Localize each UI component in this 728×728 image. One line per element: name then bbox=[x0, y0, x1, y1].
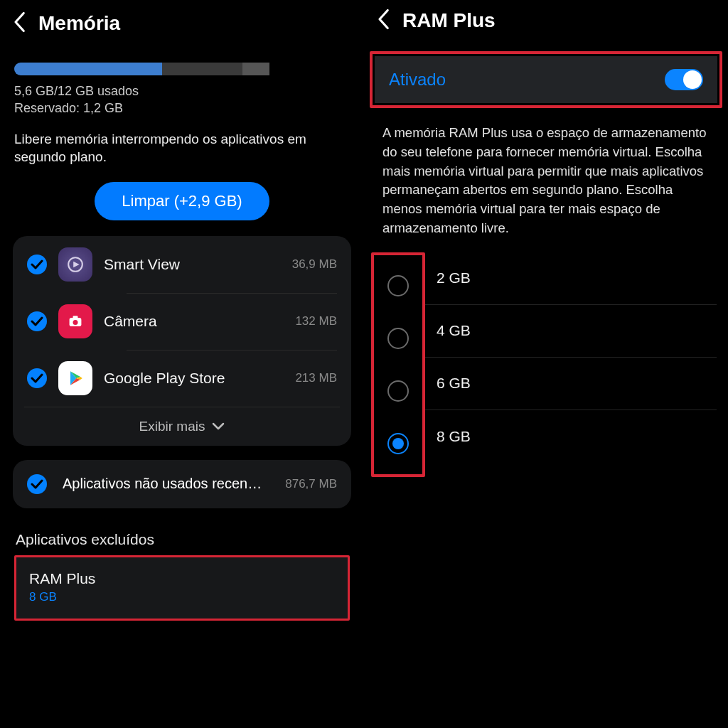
ram-size-options: 2 GB 4 GB 6 GB 8 GB bbox=[371, 252, 728, 477]
option-2gb[interactable]: 2 GB bbox=[425, 252, 717, 305]
show-more-label: Exibir mais bbox=[139, 419, 205, 434]
option-8gb[interactable]: 8 GB bbox=[425, 410, 717, 463]
checkbox-checked-icon[interactable] bbox=[27, 474, 47, 494]
app-name: Câmera bbox=[104, 313, 284, 330]
option-6gb[interactable]: 6 GB bbox=[425, 358, 717, 410]
ram-plus-item[interactable]: RAM Plus 8 GB bbox=[14, 555, 350, 621]
app-name: Google Play Store bbox=[104, 370, 284, 387]
back-icon[interactable] bbox=[377, 9, 390, 33]
usage-text: 5,6 GB/12 GB usados bbox=[14, 82, 350, 100]
reserved-text: Reservado: 1,2 GB bbox=[14, 100, 350, 117]
app-name: Smart View bbox=[104, 256, 281, 273]
ram-plus-screen: RAM Plus Ativado A memória RAM Plus usa … bbox=[364, 0, 728, 728]
page-title: RAM Plus bbox=[402, 9, 496, 32]
chevron-down-icon bbox=[212, 422, 225, 431]
appbar-memory: Memória bbox=[0, 0, 364, 47]
appbar-ramplus: RAM Plus bbox=[364, 0, 728, 44]
back-icon[interactable] bbox=[13, 11, 26, 36]
memory-screen: Memória 5,6 GB/12 GB usados Reservado: 1… bbox=[0, 0, 364, 728]
svg-rect-4 bbox=[73, 316, 78, 318]
radio-unchecked-icon[interactable] bbox=[387, 328, 409, 349]
radio-unchecked-icon[interactable] bbox=[387, 275, 409, 296]
activation-label: Ativado bbox=[389, 70, 446, 90]
smartview-icon bbox=[58, 247, 92, 282]
page-title: Memória bbox=[38, 12, 120, 35]
list-item[interactable]: Smart View 36,9 MB bbox=[13, 236, 351, 293]
clear-button[interactable]: Limpar (+2,9 GB) bbox=[95, 182, 269, 220]
description-text: A memória RAM Plus usa o espaço de armaz… bbox=[364, 108, 728, 250]
radio-unchecked-icon[interactable] bbox=[387, 380, 409, 402]
unused-apps-row[interactable]: Aplicativos não usados recen… 876,7 MB bbox=[13, 460, 351, 508]
ram-plus-title: RAM Plus bbox=[29, 570, 335, 587]
list-item[interactable]: Google Play Store 213 MB bbox=[13, 350, 351, 407]
list-item[interactable]: Câmera 132 MB bbox=[13, 293, 351, 350]
unused-card: Aplicativos não usados recen… 876,7 MB bbox=[13, 460, 351, 508]
app-size: 213 MB bbox=[295, 371, 337, 385]
svg-marker-1 bbox=[73, 262, 79, 267]
ram-plus-value: 8 GB bbox=[29, 590, 335, 604]
app-size: 36,9 MB bbox=[292, 257, 337, 272]
memory-progress-bar bbox=[14, 63, 350, 75]
activation-toggle-row[interactable]: Ativado bbox=[375, 56, 717, 103]
unused-size: 876,7 MB bbox=[285, 477, 337, 491]
svg-point-3 bbox=[73, 320, 78, 325]
checkbox-checked-icon[interactable] bbox=[27, 255, 47, 274]
checkbox-checked-icon[interactable] bbox=[27, 368, 47, 388]
unused-label: Aplicativos não usados recen… bbox=[63, 476, 269, 492]
radio-highlight bbox=[371, 252, 425, 477]
checkbox-checked-icon[interactable] bbox=[27, 311, 47, 331]
play-store-icon bbox=[58, 361, 92, 395]
excluded-title: Aplicativos excluídos bbox=[16, 531, 350, 548]
show-more-button[interactable]: Exibir mais bbox=[24, 407, 340, 446]
apps-card: Smart View 36,9 MB Câmera 132 MB bbox=[13, 236, 351, 446]
option-4gb[interactable]: 4 GB bbox=[425, 305, 717, 358]
hint-text: Libere memória interrompendo os aplicati… bbox=[14, 130, 350, 166]
camera-icon bbox=[58, 304, 92, 338]
toggle-on-icon[interactable] bbox=[665, 69, 703, 90]
app-size: 132 MB bbox=[295, 314, 337, 328]
radio-checked-icon[interactable] bbox=[387, 433, 409, 454]
